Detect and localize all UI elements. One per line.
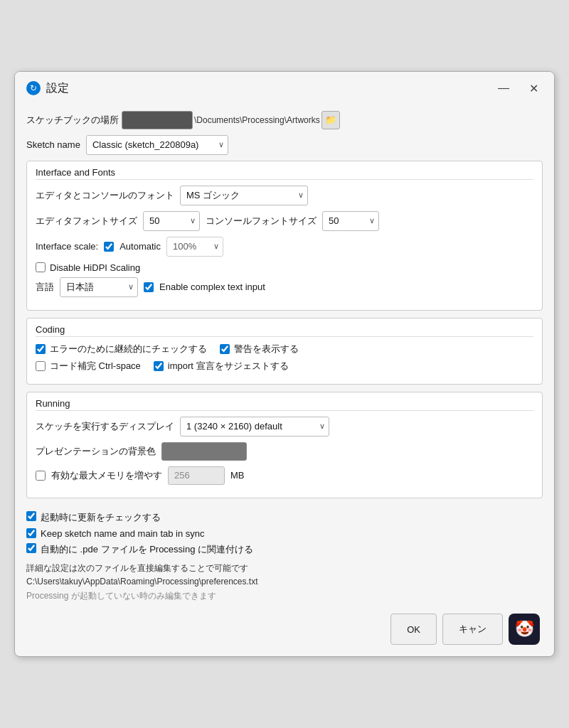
- cancel-button[interactable]: キャン: [442, 614, 503, 645]
- interface-scale-label: Interface scale:: [36, 241, 98, 252]
- sketch-name-select-wrapper: Classic (sketch_220809a): [86, 135, 228, 155]
- memory-unit: MB: [230, 470, 245, 481]
- show-warnings-label[interactable]: 警告を表示する: [234, 343, 299, 355]
- show-warnings-checkbox[interactable]: [220, 344, 230, 354]
- sketch-name-select[interactable]: Classic (sketch_220809a): [86, 135, 228, 155]
- complex-text-checkbox[interactable]: [144, 282, 154, 292]
- import-suggest-checkbox[interactable]: [154, 361, 164, 371]
- sketch-name-row: Sketch name Classic (sketch_220809a): [26, 135, 543, 155]
- hidpi-checkbox[interactable]: [36, 262, 46, 272]
- info-note: Processing が起動していない時のみ編集できます: [26, 590, 543, 602]
- scale-select[interactable]: 100%: [166, 237, 223, 257]
- memory-checkbox[interactable]: [36, 471, 46, 481]
- scale-select-wrapper: 100%: [166, 237, 223, 257]
- automatic-label[interactable]: Automatic: [119, 241, 161, 252]
- window-title: 設定: [46, 81, 69, 96]
- sketchbook-hidden-input[interactable]: [122, 111, 193, 129]
- bg-color-row: プレゼンテーションの背景色: [36, 442, 533, 461]
- folder-icon: 📁: [325, 114, 336, 125]
- content-area: スケッチブックの場所 \Documents\Processing\Artwork…: [15, 102, 554, 656]
- console-font-size-wrapper: 50: [322, 211, 379, 231]
- bg-color-label: プレゼンテーションの背景色: [36, 445, 156, 458]
- editor-font-select-wrapper: MS ゴシック: [180, 186, 308, 205]
- settings-window: ↻ 設定 — ✕ スケッチブックの場所 \Documents\Processin…: [14, 71, 555, 657]
- sketchbook-row: スケッチブックの場所 \Documents\Processing\Artwork…: [26, 111, 543, 129]
- info-line2: C:\Users\takuy\AppData\Roaming\Processin…: [26, 575, 543, 589]
- keep-sync-label[interactable]: Keep sketch name and main tab in sync: [41, 528, 205, 539]
- interface-fonts-section: Interface and Fonts エディタとコンソールのフォント MS ゴ…: [26, 161, 543, 311]
- editor-font-size-select[interactable]: 50: [143, 211, 200, 231]
- watermark-logo: 🤡: [509, 614, 540, 645]
- keep-sync-checkbox[interactable]: [26, 528, 36, 538]
- display-select-wrapper: 1 (3240 × 2160) default: [180, 417, 329, 437]
- app-icon-glyph: ↻: [30, 83, 37, 93]
- interface-fonts-title: Interface and Fonts: [36, 167, 533, 180]
- code-complete-row: コード補完 Ctrl-space import 宣言をサジェストする: [36, 360, 533, 373]
- import-suggest-label[interactable]: import 宣言をサジェストする: [168, 360, 289, 373]
- code-complete-label[interactable]: コード補完 Ctrl-space: [50, 360, 141, 373]
- button-row: OK キャン 🤡: [26, 614, 543, 645]
- check-updates-label[interactable]: 起動時に更新をチェックする: [41, 511, 161, 524]
- coding-title: Coding: [36, 324, 533, 337]
- check-errors-row: エラーのために継続的にチェックする 警告を表示する: [36, 343, 533, 355]
- editor-font-size-label: エディタフォントサイズ: [36, 215, 137, 228]
- font-size-row: エディタフォントサイズ 50 コンソールフォントサイズ 50: [36, 211, 533, 231]
- memory-row: 有効な最大メモリを増やす MB: [36, 466, 533, 485]
- display-label: スケッチを実行するディスプレイ: [36, 420, 174, 433]
- display-select[interactable]: 1 (3240 × 2160) default: [180, 417, 329, 437]
- info-text: 詳細な設定は次のファイルを直接編集することで可能です C:\Users\taku…: [26, 562, 543, 589]
- sketch-name-label: Sketch name: [26, 139, 80, 150]
- check-updates-checkbox[interactable]: [26, 511, 36, 521]
- display-row: スケッチを実行するディスプレイ 1 (3240 × 2160) default: [36, 417, 533, 437]
- check-errors-label[interactable]: エラーのために継続的にチェックする: [50, 343, 207, 355]
- code-complete-checkbox[interactable]: [36, 361, 46, 371]
- check-updates-row: 起動時に更新をチェックする: [26, 511, 543, 524]
- running-title: Running: [36, 398, 533, 411]
- sketchbook-label: スケッチブックの場所: [26, 114, 119, 127]
- associate-pde-row: 自動的に .pde ファイルを Processing に関連付ける: [26, 543, 543, 556]
- language-label: 言語: [36, 281, 54, 294]
- editor-font-select[interactable]: MS ゴシック: [180, 186, 308, 205]
- bg-color-picker[interactable]: [161, 442, 247, 461]
- keep-sync-row: Keep sketch name and main tab in sync: [26, 528, 543, 539]
- running-section: Running スケッチを実行するディスプレイ 1 (3240 × 2160) …: [26, 392, 543, 498]
- close-button[interactable]: ✕: [525, 80, 543, 97]
- hidpi-label[interactable]: Disable HiDPI Scaling: [50, 262, 140, 273]
- title-bar-left: ↻ 設定: [26, 81, 69, 96]
- memory-input[interactable]: [168, 466, 225, 485]
- ok-button[interactable]: OK: [390, 614, 437, 645]
- minimize-button[interactable]: —: [494, 80, 514, 96]
- language-select-wrapper: 日本語: [60, 277, 138, 297]
- path-suffix: \Documents\Processing\Artworks: [194, 115, 320, 125]
- app-icon: ↻: [26, 81, 41, 95]
- editor-font-size-wrapper: 50: [143, 211, 200, 231]
- coding-section: Coding エラーのために継続的にチェックする 警告を表示する コード補完 C…: [26, 318, 543, 385]
- associate-pde-checkbox[interactable]: [26, 543, 36, 553]
- memory-label[interactable]: 有効な最大メモリを増やす: [51, 469, 162, 482]
- path-box: \Documents\Processing\Artworks 📁: [122, 111, 340, 129]
- browse-folder-button[interactable]: 📁: [321, 111, 340, 129]
- automatic-checkbox[interactable]: [104, 242, 114, 252]
- hidpi-row: Disable HiDPI Scaling: [36, 262, 533, 273]
- language-row: 言語 日本語 Enable complex text input: [36, 277, 533, 297]
- info-line1: 詳細な設定は次のファイルを直接編集することで可能です: [26, 562, 543, 575]
- editor-font-row: エディタとコンソールのフォント MS ゴシック: [36, 186, 533, 205]
- footer-section: 起動時に更新をチェックする Keep sketch name and main …: [26, 505, 543, 602]
- title-bar-buttons: — ✕: [494, 80, 543, 97]
- watermark-icon: 🤡: [515, 620, 534, 638]
- console-font-size-select[interactable]: 50: [322, 211, 379, 231]
- console-font-size-label: コンソールフォントサイズ: [206, 215, 317, 228]
- associate-pde-label[interactable]: 自動的に .pde ファイルを Processing に関連付ける: [41, 543, 253, 556]
- complex-text-label[interactable]: Enable complex text input: [159, 282, 265, 292]
- editor-font-label: エディタとコンソールのフォント: [36, 189, 174, 202]
- language-select[interactable]: 日本語: [60, 277, 138, 297]
- check-errors-checkbox[interactable]: [36, 344, 46, 354]
- title-bar: ↻ 設定 — ✕: [15, 72, 554, 102]
- interface-scale-row: Interface scale: Automatic 100%: [36, 237, 533, 257]
